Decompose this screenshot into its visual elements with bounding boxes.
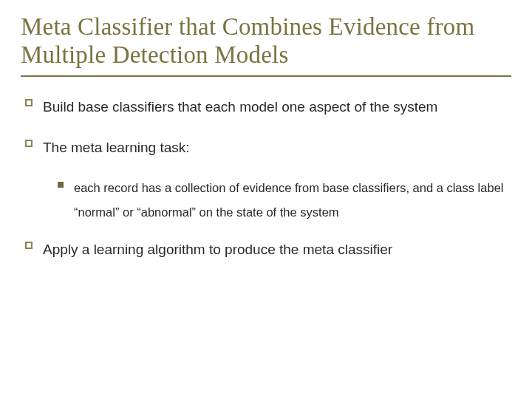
slide-body: Build base classifiers that each model o… — [21, 95, 511, 262]
bullet-item: The meta learning task: — [25, 135, 511, 160]
square-filled-bullet-icon — [58, 182, 64, 188]
sub-bullet-text: each record has a collection of evidence… — [74, 176, 511, 223]
title-underline — [21, 75, 511, 77]
bullet-text: Build base classifiers that each model o… — [43, 95, 437, 119]
slide-title: Meta Classifier that Combines Evidence f… — [21, 13, 511, 69]
square-bullet-icon — [25, 99, 33, 106]
sub-bullet-group: each record has a collection of evidence… — [58, 176, 511, 223]
bullet-item: Build base classifiers that each model o… — [25, 95, 511, 119]
bullet-text: Apply a learning algorithm to produce th… — [43, 237, 392, 262]
bullet-item: Apply a learning algorithm to produce th… — [25, 237, 511, 262]
sub-bullet-item: each record has a collection of evidence… — [58, 176, 511, 223]
square-bullet-icon — [25, 242, 33, 249]
square-bullet-icon — [25, 140, 33, 147]
slide: Meta Classifier that Combines Evidence f… — [0, 0, 532, 399]
bullet-text: The meta learning task: — [43, 135, 190, 160]
